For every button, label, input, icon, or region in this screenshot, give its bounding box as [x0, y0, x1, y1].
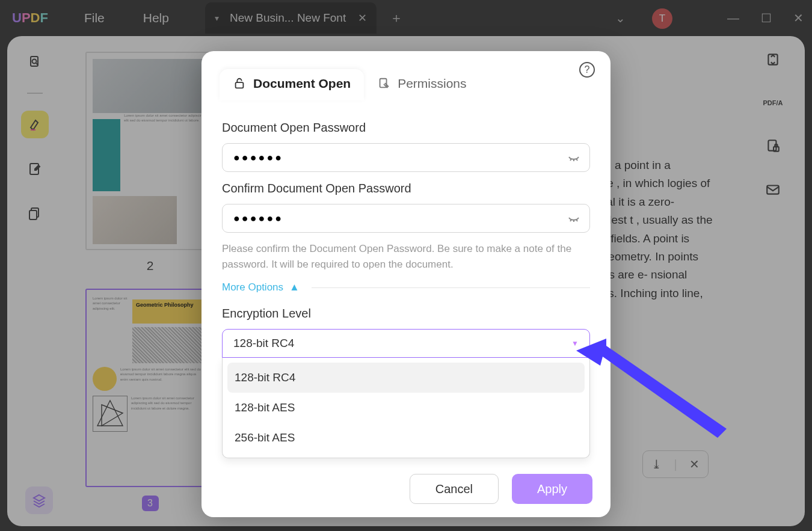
svg-rect-10 [236, 82, 244, 88]
confirm-password-input[interactable]: ●●●●●● [222, 204, 590, 233]
encryption-label: Encryption Level [222, 307, 590, 321]
password-hint: Please confirm the Document Open Passwor… [222, 241, 590, 272]
modal-tabs: Document Open Permissions [201, 51, 611, 100]
password-label: Document Open Password [222, 121, 590, 135]
help-icon[interactable]: ? [579, 62, 595, 78]
encryption-dropdown: 128-bit RC4 128-bit AES 256-bit AES [222, 358, 590, 458]
password-input[interactable]: ●●●●●● [222, 143, 590, 172]
encryption-option[interactable]: 128-bit RC4 [227, 363, 585, 393]
triangle-up-icon: ▲ [289, 281, 300, 293]
eye-icon[interactable] [567, 151, 581, 165]
cancel-button[interactable]: Cancel [410, 474, 499, 504]
encryption-select[interactable]: 128-bit RC4 ▼ [222, 329, 590, 358]
more-options-toggle[interactable]: More Options ▲ [222, 281, 590, 293]
tab-document-open[interactable]: Document Open [220, 69, 364, 100]
confirm-password-label: Confirm Document Open Password [222, 182, 590, 195]
eye-icon[interactable] [567, 212, 581, 226]
chevron-down-icon: ▼ [571, 339, 579, 348]
encryption-option[interactable]: 256-bit AES [227, 423, 585, 453]
password-modal: ? Document Open Permissions Document Ope… [201, 51, 611, 517]
encryption-option[interactable]: 128-bit AES [227, 393, 585, 423]
apply-button[interactable]: Apply [512, 474, 592, 504]
tab-permissions[interactable]: Permissions [364, 69, 479, 100]
